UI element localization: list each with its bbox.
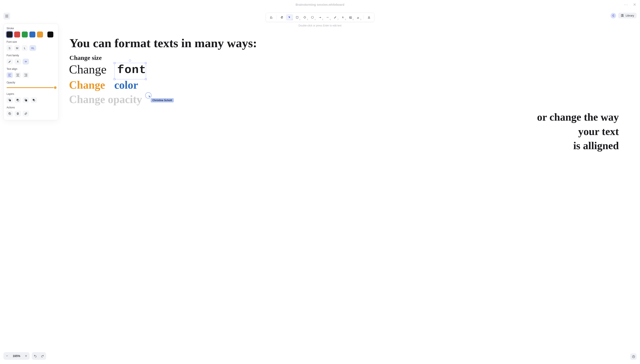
hand-icon xyxy=(280,16,284,19)
tool-ellipse[interactable]: 4 xyxy=(309,14,316,20)
color-swatch-orange[interactable] xyxy=(37,32,43,38)
book-icon xyxy=(621,14,624,17)
color-swatch-blue[interactable] xyxy=(30,32,35,38)
pencil-icon xyxy=(334,16,337,19)
selection-rotate-handle[interactable] xyxy=(129,60,131,62)
canvas-text-change-opacity[interactable]: Change opacity xyxy=(69,93,142,106)
tool-arrow[interactable]: 5 xyxy=(316,14,324,20)
align-left[interactable] xyxy=(6,72,13,78)
align-center-icon xyxy=(16,74,19,76)
canvas-text-heading[interactable]: You can format texts in many ways: xyxy=(70,36,257,50)
zoom-out-button[interactable]: − xyxy=(4,354,10,358)
fontsize-m[interactable]: M xyxy=(14,45,20,51)
svg-point-6 xyxy=(368,18,368,18)
shortcut-num: 8 xyxy=(345,18,346,20)
fontsize-l[interactable]: L xyxy=(22,45,28,51)
tool-diamond[interactable]: 3 xyxy=(301,14,308,20)
selection-handle-tr[interactable] xyxy=(145,62,147,64)
shortcut-num: 1 xyxy=(292,18,293,20)
tool-line[interactable]: 6 xyxy=(324,14,331,20)
fontfamily-code[interactable] xyxy=(23,58,29,64)
shortcut-num: 5 xyxy=(322,18,323,20)
font-a-icon xyxy=(16,60,19,63)
align-left-icon xyxy=(8,74,11,76)
fontsize-s[interactable]: S xyxy=(6,45,12,51)
tool-shapes-extra[interactable] xyxy=(365,14,372,20)
library-label: Library xyxy=(626,14,634,17)
link-icon xyxy=(24,112,27,115)
action-link[interactable] xyxy=(23,111,29,116)
selection-handle-bl[interactable] xyxy=(114,78,115,80)
tool-lock[interactable] xyxy=(268,14,275,20)
layer-bring-to-front[interactable] xyxy=(31,97,37,103)
canvas-text-aligned[interactable]: or change the way your text is alligned xyxy=(504,110,619,153)
svg-point-4 xyxy=(350,17,350,17)
layer-bring-forward[interactable] xyxy=(23,97,29,103)
shortcut-num: 6 xyxy=(330,18,331,20)
fontfamily-hand[interactable] xyxy=(6,58,13,64)
svg-point-2 xyxy=(311,16,314,18)
svg-rect-11 xyxy=(17,100,18,101)
canvas-text-color-blue[interactable]: color xyxy=(114,79,138,91)
title-bar: Brainstorming session.whiteboard ⋯ ✕ xyxy=(0,0,640,9)
color-swatch-current[interactable] xyxy=(48,32,53,38)
menu-button[interactable] xyxy=(4,13,10,20)
tool-select[interactable]: 1 xyxy=(286,14,293,20)
tool-rectangle[interactable]: 2 xyxy=(294,14,301,20)
library-button[interactable]: Library xyxy=(618,13,636,18)
redo-button[interactable] xyxy=(39,354,46,358)
tool-eraser[interactable]: 0 xyxy=(354,14,362,20)
slider-knob[interactable] xyxy=(54,86,57,89)
fontsize-xl[interactable]: XL xyxy=(30,45,36,51)
action-duplicate[interactable] xyxy=(6,111,13,116)
tool-image[interactable]: 9 xyxy=(347,14,354,20)
shortcut-num: 2 xyxy=(299,18,300,20)
send-to-back-icon xyxy=(8,98,11,102)
fontfamily-normal[interactable] xyxy=(14,58,21,64)
selection-handle-tl[interactable] xyxy=(114,62,115,64)
bring-to-front-icon xyxy=(32,98,35,102)
actions-label: Actions xyxy=(6,106,55,109)
eraser-icon xyxy=(356,16,360,19)
canvas-text-changesize[interactable]: Change size xyxy=(70,54,102,61)
tool-draw[interactable]: 7 xyxy=(332,14,339,20)
send-backward-icon xyxy=(16,98,19,102)
bottom-left-controls: − 165% + xyxy=(4,352,46,360)
align-center[interactable] xyxy=(14,72,21,78)
svg-rect-16 xyxy=(9,113,11,115)
action-delete[interactable] xyxy=(14,111,21,116)
canvas-text-change-serif[interactable]: Change xyxy=(69,62,106,76)
zoom-in-button[interactable]: + xyxy=(22,354,30,358)
zoom-level[interactable]: 165% xyxy=(10,354,22,358)
fontfamily-label: Font family xyxy=(6,54,55,57)
selection-handle-br[interactable] xyxy=(145,78,147,80)
stroke-label: Stroke xyxy=(6,27,55,30)
square-icon xyxy=(296,16,298,19)
help-button[interactable] xyxy=(630,354,636,360)
circle-icon xyxy=(311,16,314,19)
zoom-pill: − 165% + xyxy=(4,352,30,360)
toolbar-hint: Double-click or press Enter to edit text xyxy=(298,24,342,27)
color-swatch-green[interactable] xyxy=(22,32,28,38)
opacity-slider[interactable] xyxy=(6,86,55,90)
align-right[interactable] xyxy=(23,72,29,78)
canvas[interactable]: You can format texts in many ways: Chang… xyxy=(0,0,640,364)
shortcut-num: 9 xyxy=(352,18,354,20)
history-pill xyxy=(32,352,46,360)
undo-button[interactable] xyxy=(32,354,39,358)
layer-send-to-back[interactable] xyxy=(6,97,13,103)
collaborator-cursor: Christine Schott xyxy=(148,95,152,98)
selection-box[interactable] xyxy=(114,63,146,79)
layer-send-backward[interactable] xyxy=(14,97,21,103)
color-swatch-black[interactable] xyxy=(6,32,12,38)
collaborator-halo-icon xyxy=(145,92,152,98)
bring-forward-icon xyxy=(24,98,27,102)
cursor-icon xyxy=(288,16,291,19)
color-swatch-red[interactable] xyxy=(14,32,20,38)
tool-hand[interactable] xyxy=(278,14,286,20)
canvas-text-change-orange[interactable]: Change xyxy=(69,79,105,91)
tool-text[interactable]: 8 xyxy=(339,14,346,20)
main-toolbar: 1 2 3 4 5 6 7 8 9 0 xyxy=(266,13,374,22)
redo-icon xyxy=(41,354,44,358)
user-avatar[interactable]: C xyxy=(610,13,616,18)
